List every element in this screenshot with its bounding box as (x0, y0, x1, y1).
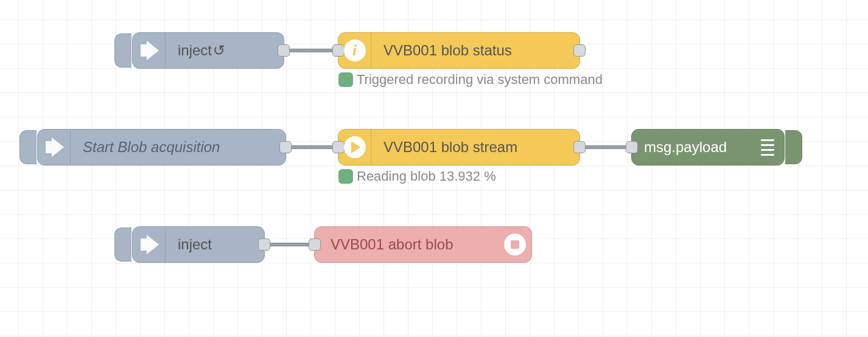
output-port[interactable] (573, 44, 586, 57)
play-icon (338, 130, 371, 165)
arrow-icon (133, 33, 166, 68)
input-port[interactable] (309, 238, 321, 251)
output-port[interactable] (573, 141, 586, 153)
status-dot (338, 169, 353, 184)
flow-canvas[interactable]: inject↻ i VVB001 blob status Triggered r… (0, 0, 868, 337)
arrow-icon (133, 227, 166, 262)
stop-icon (499, 227, 531, 262)
node-label: VVB001 blob status (371, 42, 579, 59)
blob-stream-node[interactable]: VVB001 blob stream Reading blob 13.932 % (338, 129, 580, 165)
repeat-icon: ↻ (213, 42, 225, 59)
status-text: Reading blob 13.932 % (357, 168, 496, 184)
inject-button[interactable] (114, 228, 131, 262)
node-label: VVB001 abort blob (315, 236, 499, 253)
node-label: Start Blob acquisition (71, 139, 285, 156)
inject-button[interactable] (19, 130, 37, 164)
node-label: inject (166, 236, 264, 253)
output-port[interactable] (258, 238, 270, 251)
node-label: msg.payload (632, 139, 751, 156)
blob-status-node[interactable]: i VVB001 blob status Triggered recording… (338, 32, 580, 69)
status-dot (338, 72, 353, 87)
node-label: inject↻ (166, 42, 284, 59)
debug-node[interactable]: msg.payload (631, 129, 785, 165)
debug-icon (751, 130, 784, 165)
output-port[interactable] (279, 141, 292, 153)
info-icon: i (338, 33, 371, 68)
inject-node-start-blob[interactable]: Start Blob acquisition (37, 129, 286, 165)
node-status: Triggered recording via system command (338, 72, 603, 88)
node-status: Reading blob 13.932 % (338, 168, 496, 184)
status-text: Triggered recording via system command (357, 72, 603, 88)
arrow-icon (38, 130, 71, 165)
input-port[interactable] (626, 141, 638, 153)
output-port[interactable] (278, 44, 290, 57)
inject-node-3[interactable]: inject (132, 226, 265, 263)
abort-blob-node[interactable]: VVB001 abort blob (314, 226, 532, 263)
debug-toggle-button[interactable] (785, 130, 802, 164)
inject-button[interactable] (114, 33, 131, 68)
inject-node-1[interactable]: inject↻ (132, 32, 284, 69)
node-label: VVB001 blob stream (371, 139, 579, 156)
